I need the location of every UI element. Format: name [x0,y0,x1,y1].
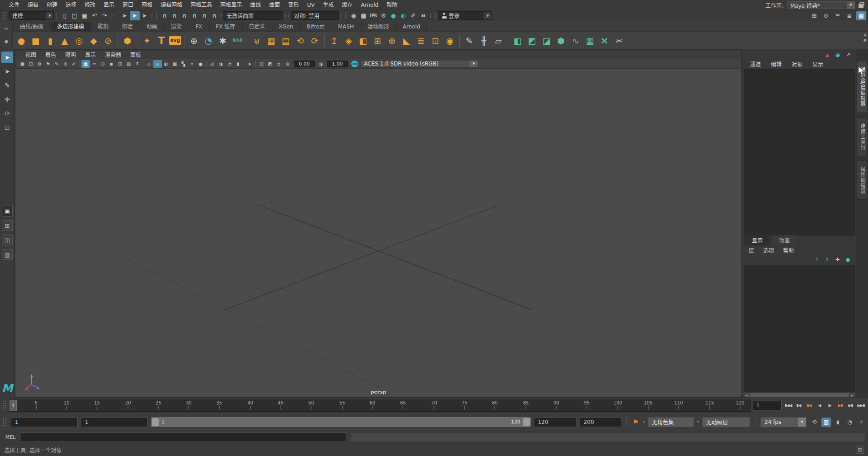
shelf-tab[interactable]: XGen [272,22,300,31]
camera-select-icon[interactable]: ▣ [18,60,27,68]
snap-view-plane-icon[interactable]: ∩ [199,11,209,20]
layout-four-pane-button[interactable]: ⊞ [2,220,13,231]
new-scene-icon[interactable]: ▯ [60,11,70,20]
scroll-thumb[interactable]: ● [863,38,867,42]
poly-disc-icon[interactable]: ⊘ [101,33,115,48]
sweep-mesh-icon[interactable]: ∿ [569,33,582,48]
menu-item[interactable]: 网格显示 [216,0,246,10]
play-forwards-button[interactable]: ▶ [825,401,835,410]
mirror-icon[interactable]: ⟳ [308,33,321,48]
multi-cut-icon[interactable]: ✎ [462,33,476,48]
layer-editor-tab[interactable]: 动画 [771,235,797,245]
go-to-start-button[interactable]: ▮◀◀ [783,401,793,410]
light-editor-icon[interactable]: ✐ [408,11,418,20]
menu-item[interactable]: 选择 [61,0,80,10]
platonic-solid-icon[interactable]: ⬢ [121,33,134,48]
command-input[interactable] [21,432,346,442]
resolution-gate-icon[interactable]: ⊙ [99,60,107,68]
retopologize-icon[interactable]: × [598,33,611,48]
current-frame-indicator[interactable]: 1 [9,400,17,411]
tab-modeling-toolkit[interactable]: 建模工具包 [857,118,868,156]
shelf-tab[interactable]: Bifrost [301,22,331,31]
remesh-icon[interactable]: ▦ [583,33,597,48]
project-cut-icon[interactable]: ✂ [612,33,626,48]
channel-box-toggle[interactable]: ▤ [856,11,866,20]
field-chart-icon[interactable]: T [133,60,142,68]
current-frame-field[interactable]: 1 [753,401,782,410]
xray-icon[interactable]: ◫ [257,60,266,68]
gamma-field[interactable]: 1.00 [327,61,348,67]
menu-item[interactable]: 窗口 [118,0,137,10]
drag-handle[interactable] [3,12,6,20]
safe-action-icon[interactable]: ⊞ [116,60,124,68]
ipr-render-icon[interactable]: IPR [368,11,378,20]
new-empty-layer-icon[interactable]: ✚ [834,256,841,263]
poly-cone-icon[interactable]: ▲ [58,33,71,48]
combine-icon[interactable]: ⊎ [250,33,264,48]
play-backwards-button[interactable]: ◀ [815,401,824,410]
reset-transform-icon[interactable]: 0,0,0 [231,33,244,48]
render-setup-icon[interactable]: ◐ [398,11,408,20]
menu-item[interactable]: Arnold [357,0,382,10]
attribute-editor-toggle[interactable]: ≡ [833,11,843,20]
shelf-tab[interactable]: 运动图形 [361,22,396,31]
camera-settings-icon[interactable]: ⚙ [35,60,44,68]
smooth-icon[interactable]: ≣ [414,33,428,48]
paint-select-tool[interactable]: ✎ [1,80,13,91]
command-language-toggle[interactable]: MEL [0,434,21,440]
gamma-icon[interactable]: ◑ [316,60,325,68]
color-management-toggle[interactable]: ON [351,61,358,67]
cached-playback-icon[interactable]: ▥ [821,418,831,427]
svg-import-icon[interactable]: svg [169,36,181,45]
range-slider[interactable]: 1 120 [151,417,531,427]
camera-lock-icon[interactable]: ⊡ [27,60,35,68]
motion-blur-icon[interactable]: ◑ [217,60,225,68]
viewport-menu-item[interactable]: 面板 [126,51,146,58]
menu-item[interactable]: 编辑 [24,0,42,10]
layout-single-pane-button[interactable]: ▣ [2,206,13,216]
bridge-icon[interactable]: ◈ [342,33,355,48]
layer-editor-menu-item[interactable]: 选项 [759,246,778,254]
grid-toggle-icon[interactable]: ⊞ [856,446,864,454]
shelf-gear-icon[interactable]: ✱ [2,38,10,45]
shelf-tab[interactable]: 自定义 [242,22,271,31]
fps-selector[interactable]: 24 fps ▼ [760,417,807,427]
active-surface-field[interactable]: 无激活曲面 [223,11,283,20]
collapse-edge-icon[interactable]: ◣ [400,33,413,48]
snap-projected-center-icon[interactable]: ∩ [189,11,199,20]
scale-tool[interactable]: ⊡ [1,122,13,133]
poly-plane-icon[interactable]: ◆ [87,33,100,48]
sync-icon[interactable]: ◔ [845,418,854,427]
colorspace-selector[interactable]: ACES 1.0 SDR-video (sRGB) ▼ [360,60,479,68]
super-shape-icon[interactable]: ✦ [140,33,154,48]
menu-item[interactable]: 编辑网格 [156,0,186,10]
lattice-icon[interactable]: ⊡ [429,33,442,48]
modeling-toolkit-toggle[interactable]: ⊞ [809,11,819,20]
lasso-select-tool[interactable]: ➤ [1,66,13,77]
wireframe-icon[interactable]: ◇ [145,60,153,68]
redo-icon[interactable]: ↷ [99,11,109,20]
depth-peeling-icon[interactable]: ▮ [234,60,242,68]
insert-edge-loop-icon[interactable]: ╫ [477,33,491,48]
drag-handle[interactable] [3,401,6,409]
animation-end-field[interactable]: 200 [580,417,621,427]
textured-icon[interactable]: ▩ [170,60,179,68]
chevron-down-icon[interactable]: ▿ [643,420,645,424]
new-layer-selected-icon[interactable]: ● [844,256,852,263]
go-to-end-button[interactable]: ▶▶▮ [856,401,866,410]
shelf-tab[interactable]: MASH [332,22,360,31]
shelf-scrollbar[interactable]: ▲ ● [863,33,867,42]
separate-icon[interactable]: ▦ [264,33,278,48]
freeze-transform-icon[interactable]: ✱ [216,33,230,48]
viewport-menu-item[interactable]: 渲染器 [100,51,126,58]
render-settings-icon[interactable]: ⚙ [378,11,388,20]
locator-icon[interactable]: ⊕ [187,33,201,48]
scroll-left-icon[interactable]: ◀ [744,393,749,397]
menu-item[interactable]: 修改 [80,0,99,10]
use-default-material-icon[interactable]: ▚ [179,60,188,68]
layer-up-icon[interactable]: ⇧ [813,256,821,263]
type-text-icon[interactable]: T [155,33,168,48]
tool-settings-toggle[interactable]: ≣ [844,11,854,20]
channel-box-menu-item[interactable]: 编辑 [766,60,787,68]
symmetry-field[interactable]: 对称: 禁用 [291,11,339,20]
